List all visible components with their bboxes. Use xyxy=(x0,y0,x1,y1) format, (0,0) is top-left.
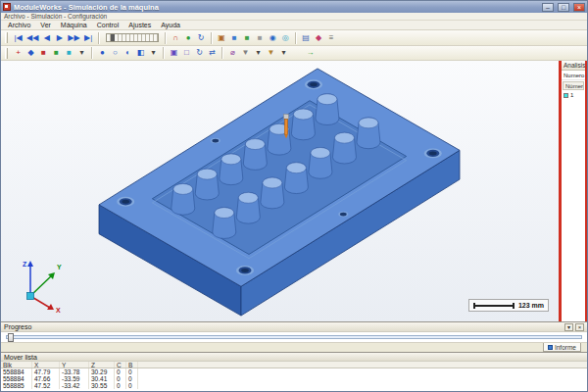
simulation-speed-slider[interactable] xyxy=(106,33,159,42)
side-view-icon[interactable]: ■ xyxy=(63,47,75,60)
magnet-snap-icon[interactable]: ∩ xyxy=(170,31,182,44)
tab-informe[interactable]: Informe xyxy=(543,343,581,352)
move-list-cell: 47.52 xyxy=(32,382,60,389)
fixture-display-icon[interactable]: ■ xyxy=(241,31,254,44)
progress-slider-handle[interactable] xyxy=(8,333,14,342)
world-view-icon[interactable]: ◉ xyxy=(267,31,279,44)
dock-tab-strip: Informe xyxy=(1,343,587,352)
scale-bar: 123 mm xyxy=(468,299,549,312)
move-list-cell: 47.79 xyxy=(32,368,60,375)
analysis-color-swatch xyxy=(564,93,568,98)
maximize-button[interactable]: □ xyxy=(558,3,569,12)
toolbar-separator xyxy=(163,47,165,59)
move-list-cell: 558884 xyxy=(1,368,32,375)
menu-item-ver[interactable]: Ver xyxy=(35,22,56,28)
report-table-icon[interactable]: ▤ xyxy=(300,31,313,44)
rewind-to-start-icon[interactable]: |◀ xyxy=(12,31,24,44)
shaded-mode-icon[interactable]: ● xyxy=(96,47,109,60)
toolbar-grip[interactable] xyxy=(5,32,8,43)
menu-item-ayuda[interactable]: Ayuda xyxy=(156,22,185,28)
tool-dropdown-icon[interactable]: ▾ xyxy=(252,47,265,60)
axis-z-label: Z xyxy=(23,261,27,268)
corner-hole xyxy=(424,148,442,158)
analysis-column-header[interactable]: Número xyxy=(563,81,584,90)
globe-view-icon[interactable]: ◎ xyxy=(279,31,292,44)
step-backward-icon[interactable]: ◀◀ xyxy=(24,31,40,44)
move-list-table[interactable]: BlkXYZCB55888447.79-33.7830.290055888447… xyxy=(1,362,587,391)
move-list-col-header: Blk xyxy=(1,362,32,368)
informe-tab-label: Informe xyxy=(555,344,576,351)
next-operation-icon[interactable]: → xyxy=(304,47,317,60)
progress-slider[interactable] xyxy=(6,335,582,339)
section-mode-icon[interactable]: ◧ xyxy=(134,47,147,60)
translucent-mode-icon[interactable]: ◐ xyxy=(122,47,134,60)
move-list-row[interactable]: 55888447.66-33.5930.4100 xyxy=(1,375,587,382)
measure-diameter-icon[interactable]: ⌀ xyxy=(226,47,239,60)
move-list-header: Mover lista xyxy=(1,352,587,362)
machine-axes-icon[interactable]: + xyxy=(12,47,24,60)
display-dropdown-icon[interactable]: ▾ xyxy=(147,47,160,60)
workpiece-display-icon[interactable]: ■ xyxy=(228,31,241,44)
tool-display-icon[interactable]: ▼ xyxy=(239,47,252,60)
progress-pin-button[interactable]: ▾ xyxy=(564,323,573,331)
toolbar-separator xyxy=(165,32,167,44)
menu-item-archivo[interactable]: Archivo xyxy=(3,22,35,28)
rotate-view-icon[interactable]: ↻ xyxy=(193,47,206,60)
menu-breadcrumb[interactable]: Archivo - Simulación - Configuración xyxy=(4,13,107,20)
holder-display-icon[interactable]: ▼ xyxy=(265,47,277,60)
window-title: ModuleWorks - Simulación de la máquina xyxy=(14,3,538,12)
analysis-row[interactable]: 1 xyxy=(562,91,585,99)
move-list-cell: 30.41 xyxy=(89,375,115,382)
move-list-col-header: Z xyxy=(89,362,115,368)
collision-check-icon[interactable]: ● xyxy=(182,31,195,44)
menu-item-maquina[interactable]: Máquina xyxy=(56,22,92,28)
axis-x-label: X xyxy=(56,307,61,314)
color-compare-icon[interactable]: ◆ xyxy=(313,31,325,44)
analysis-panel-title: Analisis xyxy=(562,61,585,71)
play-backward-icon[interactable]: ◀ xyxy=(40,31,53,44)
informe-tab-icon xyxy=(548,345,553,350)
step-forward-icon[interactable]: ▶▶ xyxy=(66,31,81,44)
wireframe-mode-icon[interactable]: ○ xyxy=(109,47,122,60)
analysis-group-label[interactable]: Numero de Opera xyxy=(562,71,585,80)
progress-close-button[interactable]: × xyxy=(575,323,584,331)
corner-hole xyxy=(236,266,254,275)
toolbar-grip[interactable] xyxy=(5,48,8,59)
holder-dropdown-icon[interactable]: ▾ xyxy=(277,47,290,60)
move-list-row[interactable]: 55888447.79-33.7830.2900 xyxy=(1,368,587,375)
machine-display-icon[interactable]: ■ xyxy=(254,31,267,44)
menu-item-control[interactable]: Control xyxy=(92,22,124,28)
move-list-header-row: BlkXYZCB xyxy=(1,362,587,368)
move-list-col-header: X xyxy=(32,362,60,368)
move-list-cell: 0 xyxy=(115,368,126,375)
top-view-icon[interactable]: ■ xyxy=(37,47,50,60)
play-icon[interactable]: ▶ xyxy=(53,31,66,44)
minimize-button[interactable]: – xyxy=(542,3,554,12)
move-list-cell: 0 xyxy=(115,382,126,389)
zoom-fit-icon[interactable]: ▣ xyxy=(168,47,180,60)
move-list-cell: 30.29 xyxy=(89,368,115,375)
zoom-window-icon[interactable]: □ xyxy=(180,47,193,60)
analysis-panel: Analisis Numero de Opera Número 1 xyxy=(562,61,587,321)
close-button[interactable]: × xyxy=(573,3,585,12)
pan-view-icon[interactable]: ⇄ xyxy=(206,47,219,60)
move-list-col-header: Y xyxy=(60,362,89,368)
toolbar-separator xyxy=(211,32,213,44)
breadcrumb-row: Archivo - Simulación - Configuración xyxy=(1,13,587,21)
move-list-row[interactable]: 55888547.52-33.4230.5500 xyxy=(1,382,587,389)
stock-refresh-icon[interactable]: ↻ xyxy=(195,31,208,44)
simulation-speed-slider-handle[interactable] xyxy=(111,34,115,41)
move-list-cell: 558884 xyxy=(1,375,32,382)
menu-item-ajustes[interactable]: Ajustes xyxy=(123,22,156,28)
move-list-cell: 0 xyxy=(126,382,138,389)
viewport-3d[interactable]: Z Y X 123 mm xyxy=(1,61,559,321)
material-removal-icon[interactable]: ▣ xyxy=(216,31,228,44)
forward-to-end-icon[interactable]: ▶| xyxy=(82,31,95,44)
axes-origin-cube xyxy=(27,293,34,300)
front-view-icon[interactable]: ■ xyxy=(50,47,63,60)
toolbar-separator xyxy=(98,32,100,44)
settings-icon[interactable]: ≡ xyxy=(325,31,338,44)
views-dropdown-icon[interactable]: ▾ xyxy=(75,47,88,60)
move-list-cell: 0 xyxy=(115,375,126,382)
iso-view-icon[interactable]: ◆ xyxy=(24,47,37,60)
